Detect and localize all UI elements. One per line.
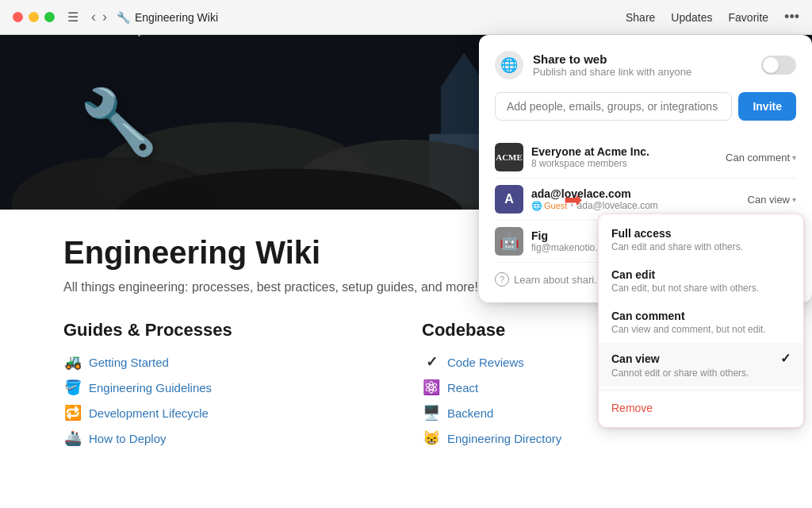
acme-sub: 8 workspace members bbox=[531, 158, 718, 169]
acme-info: Everyone at Acme Inc. 8 workspace member… bbox=[531, 145, 718, 169]
titlebar-actions: Share Updates Favorite ••• bbox=[626, 9, 799, 25]
list-item[interactable]: 🔁 Development Lifecycle bbox=[63, 404, 390, 421]
fig-avatar: 🤖 bbox=[495, 227, 523, 256]
acme-permission[interactable]: Can comment ▾ bbox=[726, 152, 796, 164]
member-row-acme: ACME Everyone at Acme Inc. 8 workspace m… bbox=[495, 137, 796, 179]
acme-name: Everyone at Acme Inc. bbox=[531, 145, 718, 158]
wrench-hero-icon: 🔧 bbox=[79, 85, 159, 160]
share-web-subtitle: Publish and share link with anyone bbox=[533, 66, 752, 78]
share-to-web-row: 🌐 Share to web Publish and share link wi… bbox=[495, 51, 796, 79]
perm-remove[interactable]: Remove bbox=[599, 394, 803, 422]
forward-button[interactable]: › bbox=[102, 9, 107, 25]
more-options-button[interactable]: ••• bbox=[784, 9, 799, 25]
cat-icon: 😸 bbox=[422, 429, 441, 447]
ada-avatar: A bbox=[495, 185, 523, 214]
member-row-ada: A ada@lovelace.com 🌐 Guest • ada@lovelac… bbox=[495, 179, 796, 221]
tractor-icon: 🚜 bbox=[63, 353, 82, 371]
share-web-text: Share to web Publish and share link with… bbox=[533, 52, 752, 78]
invite-button[interactable]: Invite bbox=[738, 92, 796, 121]
share-web-toggle[interactable] bbox=[761, 56, 796, 75]
info-icon: ? bbox=[495, 272, 509, 287]
acme-avatar: ACME bbox=[495, 143, 523, 171]
guides-list: 🚜 Getting Started 🪣 Engineering Guidelin… bbox=[63, 353, 390, 447]
back-button[interactable]: ‹ bbox=[91, 9, 96, 25]
monitor-icon: 🖥️ bbox=[422, 404, 441, 421]
ada-sub: 🌐 Guest • ada@lovelace.com bbox=[531, 200, 740, 211]
titlebar: ☰ ‹ › 🔧 Engineering Wiki Share Updates F… bbox=[0, 0, 812, 35]
globe-small-icon: 🌐 bbox=[531, 201, 542, 211]
nav-arrows: ‹ › bbox=[91, 9, 107, 25]
globe-icon: 🌐 bbox=[495, 51, 523, 79]
ada-name: ada@lovelace.com bbox=[531, 187, 740, 200]
guides-section-title: Guides & Processes bbox=[63, 320, 390, 341]
perm-can-comment[interactable]: Can comment Can view and comment, but no… bbox=[599, 302, 803, 343]
perm-can-view[interactable]: Can view ✓ Cannot edit or share with oth… bbox=[599, 343, 803, 387]
ship-icon: 🚢 bbox=[63, 429, 82, 447]
permission-dropdown: Full access Can edit and share with othe… bbox=[598, 214, 804, 428]
checkmark-icon: ✓ bbox=[422, 353, 441, 371]
close-button[interactable] bbox=[13, 12, 23, 22]
bucket-icon: 🪣 bbox=[63, 379, 82, 396]
guides-section: Guides & Processes 🚜 Getting Started 🪣 E… bbox=[63, 320, 390, 447]
chevron-down-icon: ▾ bbox=[792, 153, 796, 162]
selected-checkmark-icon: ✓ bbox=[780, 351, 791, 366]
perm-can-edit[interactable]: Can edit Can edit, but not share with ot… bbox=[599, 260, 803, 302]
minimize-button[interactable] bbox=[29, 12, 39, 22]
chevron-down-icon: ▾ bbox=[792, 195, 796, 204]
hamburger-icon[interactable]: ☰ bbox=[67, 10, 79, 25]
main-area: 🔧 Engineering Wiki All things engineerin… bbox=[0, 35, 812, 508]
ada-info: ada@lovelace.com 🌐 Guest • ada@lovelace.… bbox=[531, 187, 740, 211]
page-title: 🔧 Engineering Wiki bbox=[117, 11, 218, 24]
cycle-icon: 🔁 bbox=[63, 404, 82, 421]
favorite-button[interactable]: Favorite bbox=[729, 11, 769, 24]
arrow-indicator: ➡ bbox=[564, 187, 582, 213]
list-item[interactable]: 🚢 How to Deploy bbox=[63, 429, 390, 447]
share-dropdown: 🌐 Share to web Publish and share link wi… bbox=[479, 35, 812, 302]
perm-full-access[interactable]: Full access Can edit and share with othe… bbox=[599, 219, 803, 260]
share-invite-row: Invite bbox=[495, 92, 796, 121]
fullscreen-button[interactable] bbox=[44, 12, 55, 22]
perm-divider bbox=[599, 390, 803, 391]
wrench-title-icon: 🔧 bbox=[117, 11, 130, 24]
invite-input[interactable] bbox=[495, 92, 732, 121]
list-item[interactable]: 🚜 Getting Started bbox=[63, 353, 390, 371]
react-icon: ⚛️ bbox=[422, 379, 441, 396]
traffic-lights bbox=[13, 12, 55, 22]
ada-permission[interactable]: Can view ▾ bbox=[748, 194, 796, 206]
updates-button[interactable]: Updates bbox=[671, 11, 712, 24]
guest-badge: 🌐 Guest bbox=[531, 201, 567, 211]
list-item[interactable]: 🪣 Engineering Guidelines bbox=[63, 379, 390, 396]
list-item[interactable]: 😸 Engineering Directory bbox=[422, 429, 749, 447]
share-button[interactable]: Share bbox=[626, 11, 655, 24]
share-web-title: Share to web bbox=[533, 52, 752, 66]
learn-text[interactable]: Learn about shari... bbox=[514, 274, 603, 286]
